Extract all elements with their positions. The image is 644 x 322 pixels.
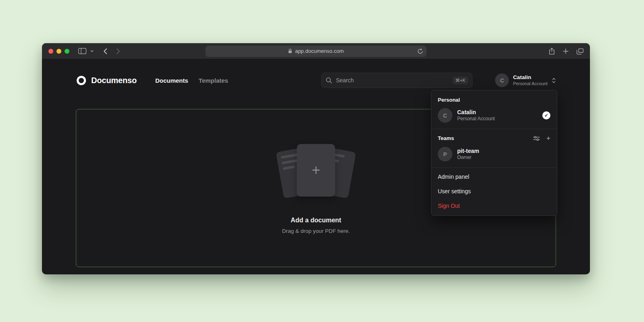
app-header: Documenso Documents Templates ⌘+K C Cata… xyxy=(76,71,556,89)
search-box[interactable]: ⌘+K xyxy=(321,73,473,88)
selected-check-icon: ✓ xyxy=(542,111,550,119)
team-avatar: P xyxy=(438,147,452,161)
personal-section-label: Personal xyxy=(431,93,557,105)
sidebar-toggle-icon[interactable] xyxy=(78,48,86,54)
menu-item-admin-panel[interactable]: Admin panel xyxy=(431,169,557,184)
chevron-up-down-icon xyxy=(552,77,556,84)
teams-section-header: Teams + xyxy=(431,131,557,144)
menu-divider xyxy=(431,167,557,168)
brand-logo[interactable]: Documenso xyxy=(76,75,137,86)
address-bar[interactable]: app.documenso.com xyxy=(205,46,427,57)
personal-account-item[interactable]: C Catalin Personal Account ✓ xyxy=(431,105,557,127)
back-button[interactable] xyxy=(103,48,107,54)
url-text: app.documenso.com xyxy=(295,48,344,54)
new-tab-icon[interactable] xyxy=(563,48,569,54)
main-nav: Documents Templates xyxy=(155,77,228,84)
add-team-plus-icon[interactable]: + xyxy=(546,135,550,142)
search-input[interactable] xyxy=(336,77,449,84)
personal-account-avatar: C xyxy=(438,108,452,123)
account-menu: Personal C Catalin Personal Account ✓ Te… xyxy=(431,90,557,216)
traffic-lights xyxy=(48,49,69,54)
team-name: pit-team xyxy=(457,147,479,155)
team-item[interactable]: P pit-team Owner xyxy=(431,144,557,166)
brand-name: Documenso xyxy=(91,76,137,85)
tab-overview-icon[interactable] xyxy=(577,48,583,54)
team-role: Owner xyxy=(457,155,479,161)
search-icon xyxy=(326,77,332,84)
browser-window: app.documenso.com Documenso Doc xyxy=(42,43,590,274)
nav-item-documents[interactable]: Documents xyxy=(155,77,188,84)
sidebar-chevron-down-icon[interactable] xyxy=(90,50,94,52)
manage-teams-sliders-icon[interactable] xyxy=(533,136,540,141)
personal-account-name: Catalin xyxy=(457,109,495,116)
reload-icon[interactable] xyxy=(418,48,423,54)
close-window-button[interactable] xyxy=(48,49,53,54)
text-line-decoration xyxy=(282,165,295,169)
menu-item-sign-out[interactable]: Sign Out xyxy=(431,199,557,213)
personal-account-type: Personal Account xyxy=(457,116,495,122)
account-menu-trigger[interactable]: C Catalin Personal Account xyxy=(495,73,556,87)
zoom-window-button[interactable] xyxy=(65,49,69,54)
account-type: Personal Account xyxy=(513,81,548,87)
lock-icon xyxy=(288,48,292,54)
text-line-decoration xyxy=(282,159,298,164)
plus-icon: + xyxy=(312,163,320,178)
menu-divider xyxy=(431,129,557,129)
dropzone-title: Add a document xyxy=(291,217,341,224)
account-name: Catalin xyxy=(513,74,548,81)
search-shortcut-badge: ⌘+K xyxy=(453,77,468,84)
minimize-window-button[interactable] xyxy=(56,49,61,54)
menu-item-user-settings[interactable]: User settings xyxy=(431,184,557,199)
nav-item-templates[interactable]: Templates xyxy=(199,77,228,84)
documents-illustration: + xyxy=(268,142,364,203)
account-avatar: C xyxy=(495,73,509,87)
browser-titlebar: app.documenso.com xyxy=(42,43,590,59)
teams-section-label: Teams xyxy=(438,135,454,141)
share-icon[interactable] xyxy=(549,48,555,55)
document-card-front: + xyxy=(297,144,335,197)
dropzone-subtitle: Drag & drop your PDF here. xyxy=(282,228,350,234)
forward-button[interactable] xyxy=(117,48,120,54)
documenso-logo-icon xyxy=(76,75,87,86)
